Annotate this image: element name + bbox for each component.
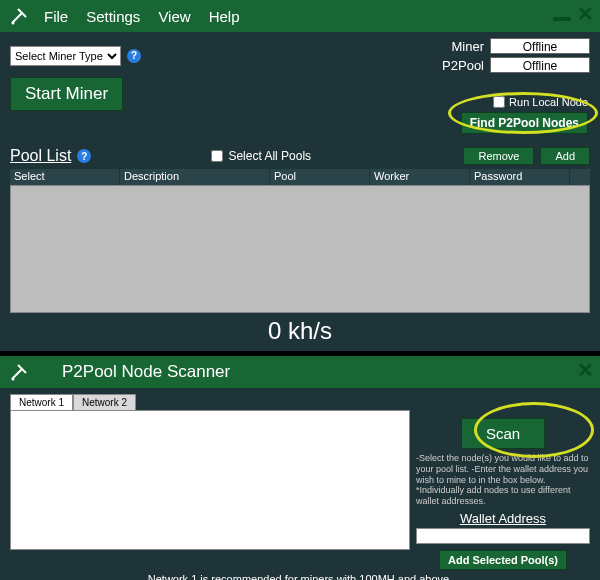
col-pool[interactable]: Pool [270,169,370,185]
run-local-node-label: Run Local Node [509,96,588,108]
menu-bar: File Settings View Help [44,8,239,25]
start-miner-button[interactable]: Start Miner [10,77,123,111]
tab-network-1[interactable]: Network 1 [10,394,73,410]
miner-status-label: Miner [442,39,484,54]
pool-list-buttons: Remove Add [463,147,590,165]
menu-view[interactable]: View [158,8,190,25]
scanner-instructions: -Select the node(s) you would like to ad… [416,453,590,507]
menu-settings[interactable]: Settings [86,8,140,25]
scan-area: Scan -Select the node(s) you would like … [10,410,590,570]
app-logo-icon [8,361,30,383]
scanner-window-title: P2Pool Node Scanner [62,362,230,382]
miner-status-value: Offline [490,38,590,54]
p2pool-status-value: Offline [490,57,590,73]
miner-main-window: File Settings View Help ✕ Select Miner T… [0,0,600,350]
p2pool-status-label: P2Pool [442,58,484,73]
pool-table: Select Description Pool Worker Password [10,169,590,313]
scanner-footnote: Network 1 is recommended for miners with… [10,570,590,580]
titlebar: File Settings View Help ✕ [0,0,600,32]
miner-type-select[interactable]: Select Miner Type [10,46,121,66]
pool-table-body[interactable] [10,185,590,313]
wallet-address-label: Wallet Address [416,511,590,526]
pool-list-header-row: Pool List ? Select All Pools Remove Add [0,139,600,169]
select-all-pools-row: Select All Pools [211,149,311,163]
find-p2pool-nodes-button[interactable]: Find P2Pool Nodes [461,112,588,134]
minimize-icon[interactable] [553,17,571,21]
scanner-right-pane: Scan -Select the node(s) you would like … [416,410,590,570]
pool-list-title: Pool List [10,147,71,165]
window-controls: ✕ [553,4,594,24]
network-tabs: Network 1 Network 2 [10,394,590,410]
remove-pool-button[interactable]: Remove [463,147,534,165]
col-worker[interactable]: Worker [370,169,470,185]
add-selected-pools-button[interactable]: Add Selected Pool(s) [439,550,567,570]
close-icon[interactable]: ✕ [577,360,594,380]
select-all-pools-label: Select All Pools [228,149,311,163]
run-local-node-checkbox-row: Run Local Node [493,96,588,108]
hashrate-display: 0 kh/s [0,313,600,351]
col-description[interactable]: Description [120,169,270,185]
help-icon[interactable]: ? [127,49,141,63]
pool-table-header: Select Description Pool Worker Password [10,169,590,185]
col-password[interactable]: Password [470,169,570,185]
run-local-node-checkbox[interactable] [493,96,505,108]
help-icon[interactable]: ? [77,149,91,163]
svg-point-1 [12,378,15,381]
app-logo-icon [8,5,30,27]
node-list[interactable] [10,410,410,550]
tab-network-2[interactable]: Network 2 [73,394,136,410]
scanner-body: Network 1 Network 2 Scan -Select the nod… [0,388,600,580]
status-panel: Miner Offline P2Pool Offline [442,38,590,73]
p2pool-scanner-window: P2Pool Node Scanner ✕ Network 1 Network … [0,356,600,580]
window-controls: ✕ [577,360,594,380]
menu-file[interactable]: File [44,8,68,25]
wallet-address-input[interactable] [416,528,590,544]
menu-help[interactable]: Help [209,8,240,25]
miner-type-wrap: Select Miner Type ? [10,46,141,66]
close-icon[interactable]: ✕ [577,4,594,24]
scan-button[interactable]: Scan [461,418,545,449]
svg-point-0 [12,22,15,25]
top-controls-row: Select Miner Type ? Miner Offline P2Pool… [0,32,600,75]
titlebar: P2Pool Node Scanner ✕ [0,356,600,388]
select-all-pools-checkbox[interactable] [211,150,223,162]
col-select[interactable]: Select [10,169,120,185]
add-pool-button[interactable]: Add [540,147,590,165]
